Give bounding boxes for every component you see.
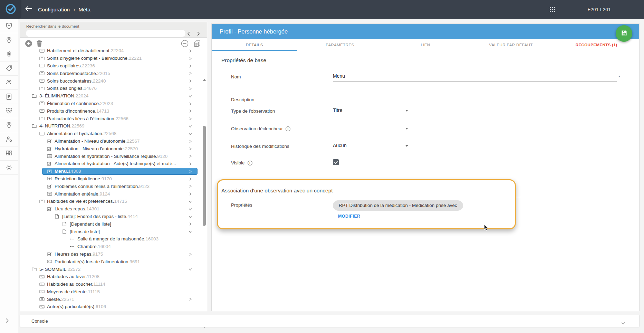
rail-item-medical-shield[interactable] <box>0 19 18 33</box>
chevron-down-icon[interactable] <box>189 215 192 220</box>
chevron-down-icon[interactable] <box>189 94 192 99</box>
chevron-right-icon[interactable] <box>189 79 192 84</box>
search-prev-icon[interactable] <box>187 31 190 37</box>
chevron-right-icon[interactable] <box>189 109 192 114</box>
tree-item-restriction-liquidienne[interactable]: Restriction liquidienne.9170 <box>20 175 201 183</box>
tree-item-soins-des-ongles[interactable]: Soins des ongles.14676 <box>20 85 201 92</box>
tree-item-items-de-liste[interactable]: [Items de liste] <box>20 228 201 235</box>
rail-item-paperclip[interactable] <box>0 47 18 61</box>
save-button[interactable] <box>616 25 632 42</box>
chevron-right-icon[interactable] <box>189 177 192 182</box>
chevron-right-icon[interactable] <box>189 56 192 61</box>
rail-item-heart-pulse[interactable] <box>0 104 18 118</box>
tree-item-alimentation-et-hydratation[interactable]: Alimentation et hydratation.22568 <box>20 130 201 137</box>
scroll-up-icon[interactable] <box>203 79 206 81</box>
tree-item-produits-d-incontinence[interactable]: Produits d'incontinence.14713 <box>20 107 201 115</box>
rail-item-settings-gear[interactable] <box>0 161 18 175</box>
rail-item-person-gear[interactable] <box>0 132 18 146</box>
search-next-icon[interactable] <box>197 31 200 37</box>
rail-item-location-pin[interactable] <box>0 33 18 47</box>
chevron-down-icon[interactable] <box>189 124 192 129</box>
tree-item-particularit-s-li-es-l-limination[interactable]: Particularités liées à l'élimination.225… <box>20 115 201 122</box>
chevron-right-icon[interactable] <box>189 252 192 257</box>
chevron-right-icon[interactable] <box>189 162 192 167</box>
console-chevron-down-icon[interactable] <box>621 320 625 326</box>
type-observation-select[interactable]: Titre <box>333 107 410 116</box>
tree-item-hydratation-niveau-d-autonomie[interactable]: Hydratation - Niveau d'autonomie.22570 <box>20 145 201 152</box>
breadcrumb-item-meta[interactable]: Méta <box>79 7 90 13</box>
declencheur-select[interactable] <box>333 125 410 130</box>
expand-chevron-right-icon[interactable] <box>6 318 9 324</box>
rail-item-tag[interactable] <box>0 61 18 76</box>
app-logo[interactable] <box>0 0 21 19</box>
breadcrumb-item-configuration[interactable]: Configuration <box>38 7 70 13</box>
tree-item-habitudes-de-vie-et-pr-f-rences[interactable]: Habitudes de vie et préférences.14715 <box>20 198 201 205</box>
chevron-right-icon[interactable] <box>189 192 192 197</box>
concept-chip[interactable]: RPT Distribution de la médication - Medi… <box>333 200 463 211</box>
tree-item-soins-d-hygi-ne-complet-bain-douche[interactable]: Soins d'hygiène complet - Bain/douche.22… <box>20 55 201 62</box>
tree-item-alimentation-ent-rale[interactable]: Alimentation entérale.9124 <box>20 190 201 198</box>
scrollbar-thumb[interactable] <box>203 126 206 226</box>
chevron-down-icon[interactable] <box>189 207 192 212</box>
nom-input[interactable]: Menu <box>333 73 617 82</box>
tree-item-autre-s-particularit-s[interactable]: Autre(s) particularité(s).6106 <box>20 303 201 311</box>
chevron-right-icon[interactable] <box>189 222 192 227</box>
tree-item-heures-des-repas[interactable]: Heures des repas.9175 <box>20 250 201 258</box>
chevron-right-icon[interactable] <box>189 146 192 152</box>
tree-item-3-limination[interactable]: 3- ÉLIMINATION.22024 <box>20 92 201 100</box>
historique-select[interactable]: Aucun <box>333 143 410 151</box>
tree-item-soins-capillaires[interactable]: Soins capillaires.22236 <box>20 62 201 70</box>
chevron-down-icon[interactable] <box>189 229 192 235</box>
tree-item-soins-barbe-moustache[interactable]: Soins barbe/moustache.22015 <box>20 69 201 77</box>
tree-item-alimentation-et-hydratation-surveillance-requise[interactable]: Alimentation et hydratation - Surveillan… <box>20 152 201 160</box>
rail-item-user-group[interactable] <box>0 76 18 90</box>
chevron-down-icon[interactable] <box>189 132 192 137</box>
tree-item-salle-manger-de-la-maisonn-e[interactable]: Salle à manger de la maisonnée.16003 <box>20 235 201 243</box>
modifier-link[interactable]: MODIFIER <box>338 214 360 219</box>
tree-item-menu[interactable]: Menu.14308 <box>20 168 201 175</box>
search-input[interactable] <box>26 30 185 37</box>
tree-item-habitudes-au-lever[interactable]: Habitudes au lever.11208 <box>20 273 201 280</box>
tree-item-dependant-de-liste[interactable]: [Dependant de liste] <box>20 220 201 228</box>
delete-node-button[interactable] <box>36 40 42 48</box>
tree-item-alimentation-niveau-d-autonomie[interactable]: Alimentation - Niveau d'autonomie.22567 <box>20 137 201 145</box>
tree-item-limination-et-continence[interactable]: Élimination et continence.22023 <box>20 100 201 107</box>
chevron-right-icon[interactable] <box>189 64 192 69</box>
tree-item-particularit-s-lors-de-l-alimentation[interactable]: Particularité(s) lors de l'alimentation.… <box>20 258 201 265</box>
description-input[interactable] <box>333 96 617 101</box>
chevron-down-icon[interactable] <box>189 267 192 272</box>
tree-item-probl-mes-connus-reli-s-l-alimentation[interactable]: Problèmes connus reliés à l'alimentation… <box>20 182 201 190</box>
chevron-right-icon[interactable] <box>189 71 192 76</box>
chevron-right-icon[interactable] <box>189 86 192 92</box>
chevron-right-icon[interactable] <box>189 297 192 302</box>
add-node-button[interactable] <box>25 40 32 49</box>
collapse-all-button[interactable] <box>181 40 189 49</box>
chevron-right-icon[interactable] <box>189 184 192 189</box>
tree-item-liste-endroit-des-repas-liste[interactable]: [Liste]: Endroit des repas - liste.4414 <box>20 213 201 220</box>
back-button[interactable] <box>25 6 32 12</box>
chevron-right-icon[interactable] <box>189 116 192 122</box>
rail-item-dashboard-cards[interactable] <box>0 146 18 161</box>
visible-checkbox[interactable] <box>333 159 339 165</box>
tree-item-lieu-des-repas[interactable]: Lieu des repas.14301 <box>20 205 201 213</box>
console-bar[interactable]: Console <box>20 315 640 327</box>
chevron-right-icon[interactable] <box>189 154 192 159</box>
tree-item-4-nutrition[interactable]: 4- NUTRITION.22569 <box>20 122 201 130</box>
chevron-right-icon[interactable] <box>189 49 192 54</box>
tree-item-chambre[interactable]: Chambre.16004 <box>20 243 201 250</box>
tree-item-alimentation-et-hydratation-aide-s-technique-s-et-mat[interactable]: Alimentation et hydratation - Aide(s) te… <box>20 160 201 168</box>
chevron-right-icon[interactable] <box>189 139 192 144</box>
tree-item-habillement-et-d-shabillement[interactable]: Habillement et déshabillement.22204 <box>20 49 201 55</box>
apps-grid-icon[interactable] <box>550 7 555 13</box>
tree-item-habitudes-au-coucher[interactable]: Habitudes au coucher.11114 <box>20 280 201 288</box>
rail-item-location-pin-2[interactable] <box>0 118 18 132</box>
rail-item-document[interactable] <box>0 90 18 104</box>
duplicate-button[interactable] <box>194 40 201 48</box>
chevron-right-icon[interactable] <box>189 102 192 107</box>
tree-item-soins-buccodentaires[interactable]: Soins buccodentaires.22240 <box>20 77 201 85</box>
chevron-down-icon[interactable] <box>189 199 192 204</box>
tree-item-moyens-de-d-tente[interactable]: Moyens de détente.11115 <box>20 288 201 296</box>
tree-item-sieste[interactable]: Sieste.22571 <box>20 295 201 303</box>
chevron-right-icon[interactable] <box>189 169 192 174</box>
tree-scrollbar[interactable] <box>202 49 207 312</box>
